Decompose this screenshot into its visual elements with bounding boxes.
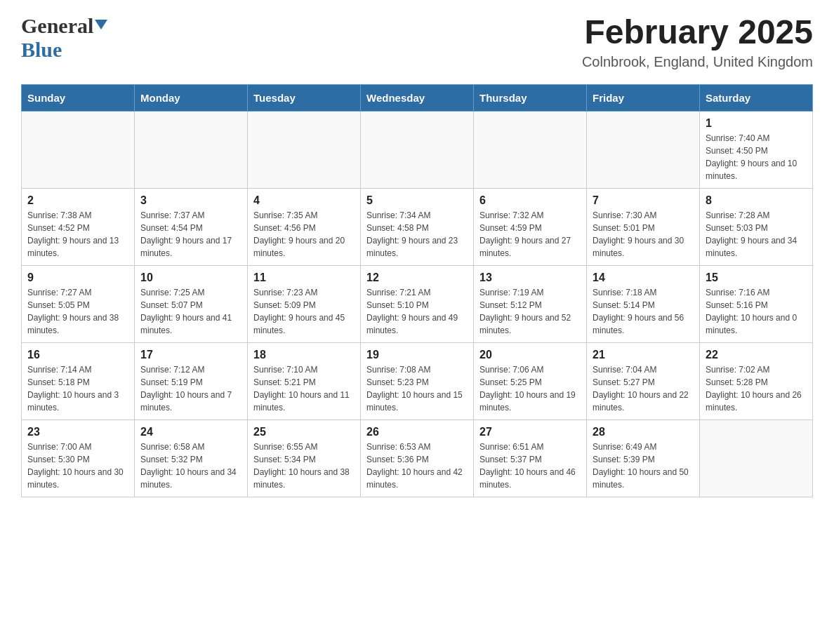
calendar-cell: 2Sunrise: 7:38 AM Sunset: 4:52 PM Daylig… — [22, 188, 135, 265]
calendar-cell: 22Sunrise: 7:02 AM Sunset: 5:28 PM Dayli… — [700, 342, 813, 420]
day-info: Sunrise: 7:40 AM Sunset: 4:50 PM Dayligh… — [706, 132, 807, 182]
calendar-cell: 10Sunrise: 7:25 AM Sunset: 5:07 PM Dayli… — [135, 265, 248, 342]
calendar-cell — [474, 111, 587, 188]
logo-general-text: General — [21, 14, 93, 38]
calendar-cell: 5Sunrise: 7:34 AM Sunset: 4:58 PM Daylig… — [361, 188, 474, 265]
month-title: February 2025 — [582, 14, 813, 51]
logo-blue-text: Blue — [21, 38, 62, 61]
day-number: 26 — [366, 426, 468, 438]
day-info: Sunrise: 7:10 AM Sunset: 5:21 PM Dayligh… — [253, 363, 355, 414]
day-number: 21 — [593, 349, 694, 361]
day-info: Sunrise: 7:30 AM Sunset: 5:01 PM Dayligh… — [593, 209, 694, 260]
calendar-cell: 28Sunrise: 6:49 AM Sunset: 5:39 PM Dayli… — [587, 420, 700, 497]
day-info: Sunrise: 7:32 AM Sunset: 4:59 PM Dayligh… — [479, 209, 581, 260]
day-number: 9 — [27, 271, 128, 284]
calendar-cell: 21Sunrise: 7:04 AM Sunset: 5:27 PM Dayli… — [587, 342, 700, 420]
calendar-cell — [248, 111, 361, 188]
calendar-cell — [22, 111, 135, 188]
day-number: 6 — [479, 194, 581, 207]
calendar-cell: 27Sunrise: 6:51 AM Sunset: 5:37 PM Dayli… — [474, 420, 587, 497]
calendar-week-row: 2Sunrise: 7:38 AM Sunset: 4:52 PM Daylig… — [22, 188, 813, 265]
logo: General Blue — [21, 14, 107, 62]
day-info: Sunrise: 7:35 AM Sunset: 4:56 PM Dayligh… — [253, 209, 355, 260]
day-info: Sunrise: 7:34 AM Sunset: 4:58 PM Dayligh… — [366, 209, 468, 260]
calendar-week-row: 16Sunrise: 7:14 AM Sunset: 5:18 PM Dayli… — [22, 342, 813, 420]
day-info: Sunrise: 6:55 AM Sunset: 5:34 PM Dayligh… — [253, 441, 355, 491]
day-number: 23 — [27, 426, 128, 438]
day-number: 3 — [140, 194, 241, 207]
calendar-cell — [135, 111, 248, 188]
day-info: Sunrise: 7:18 AM Sunset: 5:14 PM Dayligh… — [593, 286, 694, 337]
weekday-header-saturday: Saturday — [700, 84, 813, 111]
day-info: Sunrise: 7:27 AM Sunset: 5:05 PM Dayligh… — [27, 286, 128, 337]
day-info: Sunrise: 7:04 AM Sunset: 5:27 PM Dayligh… — [593, 363, 694, 414]
day-info: Sunrise: 7:06 AM Sunset: 5:25 PM Dayligh… — [479, 363, 581, 414]
day-number: 1 — [706, 117, 807, 130]
location-text: Colnbrook, England, United Kingdom — [582, 54, 813, 70]
day-info: Sunrise: 6:51 AM Sunset: 5:37 PM Dayligh… — [479, 441, 581, 491]
day-number: 19 — [366, 349, 468, 361]
calendar-cell: 12Sunrise: 7:21 AM Sunset: 5:10 PM Dayli… — [361, 265, 474, 342]
calendar-cell: 20Sunrise: 7:06 AM Sunset: 5:25 PM Dayli… — [474, 342, 587, 420]
day-info: Sunrise: 6:49 AM Sunset: 5:39 PM Dayligh… — [593, 441, 694, 491]
calendar-cell: 8Sunrise: 7:28 AM Sunset: 5:03 PM Daylig… — [700, 188, 813, 265]
day-info: Sunrise: 7:23 AM Sunset: 5:09 PM Dayligh… — [253, 286, 355, 337]
calendar-cell — [587, 111, 700, 188]
day-number: 11 — [253, 271, 355, 284]
day-info: Sunrise: 7:25 AM Sunset: 5:07 PM Dayligh… — [140, 286, 241, 337]
calendar-cell: 23Sunrise: 7:00 AM Sunset: 5:30 PM Dayli… — [22, 420, 135, 497]
calendar-week-row: 23Sunrise: 7:00 AM Sunset: 5:30 PM Dayli… — [22, 420, 813, 497]
day-number: 5 — [366, 194, 468, 207]
calendar-cell: 7Sunrise: 7:30 AM Sunset: 5:01 PM Daylig… — [587, 188, 700, 265]
calendar-table: SundayMondayTuesdayWednesdayThursdayFrid… — [21, 84, 813, 497]
calendar-cell: 26Sunrise: 6:53 AM Sunset: 5:36 PM Dayli… — [361, 420, 474, 497]
title-block: February 2025 Colnbrook, England, United… — [582, 14, 813, 70]
calendar-cell — [700, 420, 813, 497]
day-info: Sunrise: 6:58 AM Sunset: 5:32 PM Dayligh… — [140, 441, 241, 491]
calendar-cell: 14Sunrise: 7:18 AM Sunset: 5:14 PM Dayli… — [587, 265, 700, 342]
day-info: Sunrise: 7:02 AM Sunset: 5:28 PM Dayligh… — [706, 363, 807, 414]
calendar-cell — [361, 111, 474, 188]
day-info: Sunrise: 7:16 AM Sunset: 5:16 PM Dayligh… — [706, 286, 807, 337]
calendar-cell: 17Sunrise: 7:12 AM Sunset: 5:19 PM Dayli… — [135, 342, 248, 420]
day-number: 13 — [479, 271, 581, 284]
day-number: 28 — [593, 426, 694, 438]
day-info: Sunrise: 7:37 AM Sunset: 4:54 PM Dayligh… — [140, 209, 241, 260]
calendar-cell: 4Sunrise: 7:35 AM Sunset: 4:56 PM Daylig… — [248, 188, 361, 265]
day-info: Sunrise: 7:00 AM Sunset: 5:30 PM Dayligh… — [27, 441, 128, 491]
day-info: Sunrise: 6:53 AM Sunset: 5:36 PM Dayligh… — [366, 441, 468, 491]
weekday-header-friday: Friday — [587, 84, 700, 111]
day-number: 15 — [706, 271, 807, 284]
day-number: 25 — [253, 426, 355, 438]
weekday-header-thursday: Thursday — [474, 84, 587, 111]
calendar-header: SundayMondayTuesdayWednesdayThursdayFrid… — [22, 84, 813, 111]
day-number: 24 — [140, 426, 241, 438]
day-number: 12 — [366, 271, 468, 284]
day-number: 8 — [706, 194, 807, 207]
day-info: Sunrise: 7:08 AM Sunset: 5:23 PM Dayligh… — [366, 363, 468, 414]
page-header: General Blue February 2025 Colnbrook, En… — [21, 14, 813, 70]
day-number: 16 — [27, 349, 128, 361]
calendar-cell: 1Sunrise: 7:40 AM Sunset: 4:50 PM Daylig… — [700, 111, 813, 188]
day-number: 18 — [253, 349, 355, 361]
weekday-header-tuesday: Tuesday — [248, 84, 361, 111]
day-number: 27 — [479, 426, 581, 438]
day-number: 7 — [593, 194, 694, 207]
day-number: 4 — [253, 194, 355, 207]
calendar-week-row: 1Sunrise: 7:40 AM Sunset: 4:50 PM Daylig… — [22, 111, 813, 188]
day-number: 14 — [593, 271, 694, 284]
day-info: Sunrise: 7:21 AM Sunset: 5:10 PM Dayligh… — [366, 286, 468, 337]
calendar-body: 1Sunrise: 7:40 AM Sunset: 4:50 PM Daylig… — [22, 111, 813, 497]
day-number: 2 — [27, 194, 128, 207]
day-info: Sunrise: 7:38 AM Sunset: 4:52 PM Dayligh… — [27, 209, 128, 260]
calendar-cell: 16Sunrise: 7:14 AM Sunset: 5:18 PM Dayli… — [22, 342, 135, 420]
day-info: Sunrise: 7:28 AM Sunset: 5:03 PM Dayligh… — [706, 209, 807, 260]
weekday-header-wednesday: Wednesday — [361, 84, 474, 111]
calendar-cell: 24Sunrise: 6:58 AM Sunset: 5:32 PM Dayli… — [135, 420, 248, 497]
day-info: Sunrise: 7:14 AM Sunset: 5:18 PM Dayligh… — [27, 363, 128, 414]
day-number: 22 — [706, 349, 807, 361]
weekday-header-monday: Monday — [135, 84, 248, 111]
calendar-cell: 13Sunrise: 7:19 AM Sunset: 5:12 PM Dayli… — [474, 265, 587, 342]
day-info: Sunrise: 7:19 AM Sunset: 5:12 PM Dayligh… — [479, 286, 581, 337]
calendar-cell: 25Sunrise: 6:55 AM Sunset: 5:34 PM Dayli… — [248, 420, 361, 497]
